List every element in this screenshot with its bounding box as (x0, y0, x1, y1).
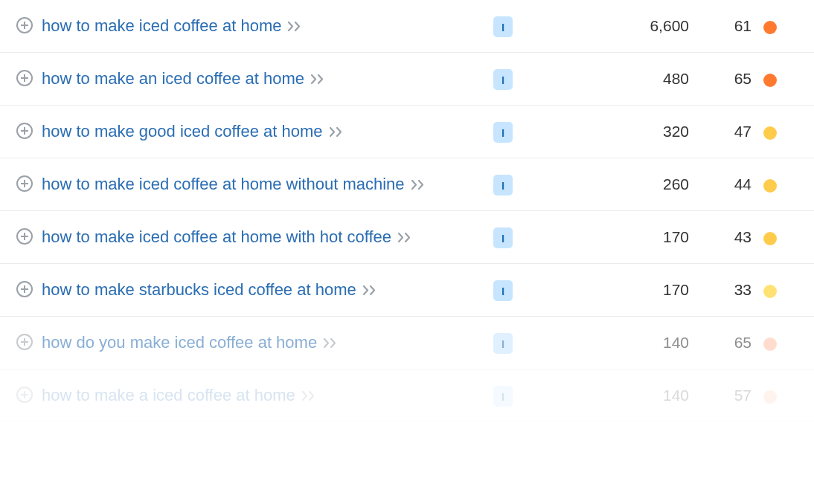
keyword-link[interactable]: how to make good iced coffee at home (42, 122, 323, 140)
keyword-difficulty: 61 (696, 15, 756, 35)
keyword-row: how to make an iced coffee at home I4806… (0, 53, 814, 106)
expand-button[interactable] (16, 175, 33, 192)
search-volume: 140 (525, 332, 696, 352)
expand-button[interactable] (16, 387, 33, 403)
intent-badge: I (493, 227, 513, 248)
keyword-link[interactable]: how to make iced coffee at home (42, 16, 281, 35)
keyword-difficulty: 33 (696, 279, 756, 299)
difficulty-dot-icon (763, 337, 777, 351)
chevrons-right-icon[interactable] (397, 232, 414, 246)
difficulty-dot-icon (763, 285, 777, 298)
search-volume: 170 (525, 279, 696, 299)
chevrons-right-icon[interactable] (411, 179, 427, 193)
difficulty-dot-icon (763, 21, 777, 34)
difficulty-dot-icon (763, 74, 777, 87)
keyword-difficulty: 65 (696, 332, 756, 352)
search-volume: 170 (525, 226, 696, 246)
keyword-difficulty: 44 (696, 173, 756, 193)
expand-button[interactable] (16, 334, 33, 350)
search-volume: 260 (525, 173, 696, 193)
expand-button[interactable] (16, 123, 33, 139)
expand-button[interactable] (16, 228, 33, 245)
keyword-row: how do you make iced coffee at home I140… (0, 317, 814, 369)
keyword-link[interactable]: how to make an iced coffee at home (42, 69, 304, 88)
expand-button[interactable] (16, 70, 33, 86)
keyword-link[interactable]: how do you make iced coffee at home (42, 333, 317, 352)
expand-button[interactable] (16, 17, 33, 33)
keyword-difficulty: 47 (696, 120, 756, 140)
keyword-link[interactable]: how to make starbucks iced coffee at hom… (42, 280, 356, 299)
keyword-difficulty: 43 (696, 226, 756, 246)
intent-badge: I (493, 16, 513, 37)
keyword-link[interactable]: how to make iced coffee at home with hot… (42, 227, 391, 246)
difficulty-dot-icon (763, 126, 777, 140)
chevrons-right-icon[interactable] (323, 337, 339, 352)
intent-badge: I (493, 280, 513, 301)
intent-badge: I (493, 69, 513, 90)
chevrons-right-icon[interactable] (310, 74, 327, 88)
chevrons-right-icon[interactable] (301, 390, 318, 404)
search-volume: 480 (525, 68, 696, 88)
keyword-difficulty: 57 (696, 384, 756, 404)
difficulty-dot-icon (763, 232, 777, 245)
intent-badge: I (493, 386, 513, 407)
search-volume: 320 (525, 120, 696, 140)
keyword-row: how to make good iced coffee at home I32… (0, 106, 814, 158)
keyword-link[interactable]: how to make a iced coffee at home (42, 386, 295, 404)
expand-button[interactable] (16, 281, 33, 297)
search-volume: 6,600 (525, 15, 696, 35)
keyword-link[interactable]: how to make iced coffee at home without … (42, 175, 405, 193)
keyword-difficulty: 65 (696, 68, 756, 88)
difficulty-dot-icon (763, 179, 777, 193)
keyword-row: how to make starbucks iced coffee at hom… (0, 264, 814, 317)
keyword-row: how to make iced coffee at home without … (0, 158, 814, 211)
difficulty-dot-icon (763, 390, 777, 404)
keyword-row: how to make iced coffee at home I6,60061 (0, 0, 814, 53)
chevrons-right-icon[interactable] (329, 126, 345, 140)
search-volume: 140 (525, 384, 696, 404)
keyword-row: how to make a iced coffee at home I14057 (0, 369, 814, 422)
keyword-table: how to make iced coffee at home I6,60061… (0, 0, 814, 422)
keyword-row: how to make iced coffee at home with hot… (0, 211, 814, 264)
intent-badge: I (493, 333, 513, 354)
intent-badge: I (493, 175, 513, 196)
chevrons-right-icon[interactable] (287, 21, 304, 35)
chevrons-right-icon[interactable] (362, 285, 379, 299)
intent-badge: I (493, 122, 513, 143)
